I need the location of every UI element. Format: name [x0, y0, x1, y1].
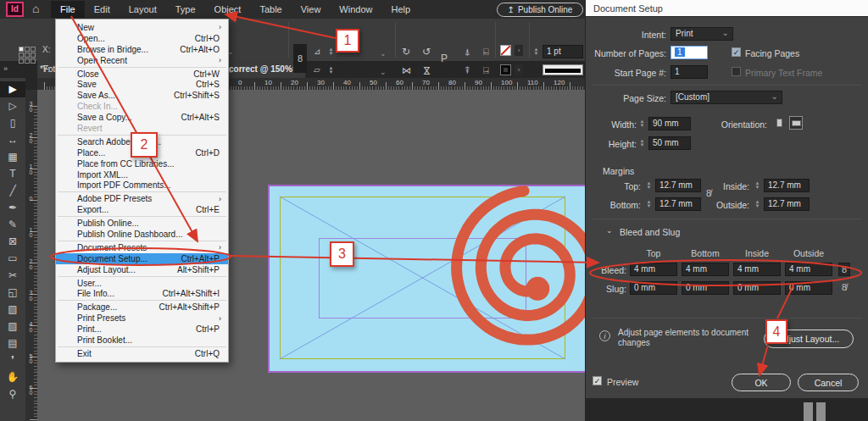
file-menu-item-package[interactable]: Package...Ctrl+Alt+Shift+P	[56, 302, 228, 313]
bleed-slug-section-title[interactable]: Bleed and Slug	[620, 227, 680, 237]
margins-link-icon[interactable]: 8̸	[703, 188, 715, 198]
margin-top-field[interactable]: 12.7 mm	[655, 179, 701, 192]
gradient-feather-tool[interactable]: ▨	[0, 319, 25, 335]
chevron-down-icon[interactable]: ⌄	[380, 49, 387, 58]
file-menu-item-check-in[interactable]: Check In...	[56, 101, 228, 112]
rotate-cw-icon[interactable]: ↻	[402, 46, 410, 58]
rotation-angle-icon[interactable]: ⊿	[314, 47, 320, 56]
stroke-menu-chevron[interactable]: ›	[515, 64, 523, 75]
shear-angle-icon[interactable]: ▱	[314, 65, 320, 75]
file-menu-item-open-recent[interactable]: Open Recent›	[56, 55, 228, 66]
file-menu-item-open[interactable]: Open...Ctrl+O	[56, 33, 228, 44]
file-menu-item-import-xml[interactable]: Import XML...	[56, 169, 228, 180]
file-menu-item-place-from-cc-libraries[interactable]: Place from CC Libraries...	[56, 158, 228, 169]
file-menu-item-import-pdf-comments[interactable]: Import PDF Comments...	[56, 180, 228, 191]
number-of-pages-field[interactable]: 1	[670, 46, 708, 59]
align-icon-1[interactable]: ⍋	[465, 47, 470, 58]
margin-inside-field[interactable]: 12.7 mm	[764, 179, 810, 192]
align-icon-3[interactable]: ⍒	[465, 65, 470, 76]
zoom-tool[interactable]: ⚲	[0, 386, 25, 402]
select-container-icon[interactable]: P	[441, 53, 448, 64]
ok-button[interactable]: OK	[732, 374, 791, 391]
height-field[interactable]: 50 mm	[648, 136, 691, 150]
stroke-weight-stepper[interactable]	[532, 45, 540, 58]
file-menu-item-new[interactable]: New›	[56, 22, 228, 33]
vertical-ruler[interactable]: 3 02 01 001 02 03 04 05 06 0	[25, 90, 37, 421]
width-stepper[interactable]	[638, 117, 646, 130]
file-menu-item-print-booklet[interactable]: Print Booklet...	[56, 335, 228, 346]
width-field[interactable]: 90 mm	[648, 117, 691, 130]
file-menu-item-exit[interactable]: ExitCtrl+Q	[56, 348, 228, 359]
preview-checkbox[interactable]	[593, 376, 602, 385]
file-menu-item-adjust-layout[interactable]: Adjust Layout...Alt+Shift+P	[56, 264, 228, 275]
slug-field-top[interactable]: 0 mm	[630, 281, 677, 295]
file-menu-item-save[interactable]: SaveCtrl+S	[56, 79, 228, 90]
menu-file[interactable]: File	[51, 1, 85, 18]
file-menu-item-save-a-copy[interactable]: Save a Copy...Ctrl+Alt+S	[56, 112, 228, 123]
chevron-down-icon[interactable]: ⌄	[380, 68, 387, 76]
file-menu-item-user[interactable]: User...	[56, 278, 228, 289]
start-page-field[interactable]: 1	[670, 65, 708, 79]
file-menu-item-export[interactable]: Export...Ctrl+E	[56, 204, 228, 215]
orientation-landscape-button[interactable]	[789, 116, 803, 130]
slug-link-icon[interactable]: 8̸	[838, 282, 850, 292]
selection-tool[interactable]: ▶	[0, 81, 25, 97]
line-tool[interactable]: ╱	[0, 183, 25, 199]
content-collector-tool[interactable]: ▦	[0, 149, 25, 165]
notes-tool[interactable]: ▤	[0, 335, 25, 352]
margin-bottom-stepper[interactable]	[645, 197, 653, 211]
align-icon-4[interactable]: ⍈	[483, 65, 489, 76]
ruler-corner[interactable]	[25, 78, 37, 90]
primary-text-frame-checkbox[interactable]	[732, 67, 741, 76]
bleed-link-icon[interactable]: 8	[838, 263, 850, 276]
hand-tool[interactable]: ✋	[0, 369, 25, 385]
fill-color-swatch[interactable]	[500, 45, 511, 56]
cancel-button[interactable]: Cancel	[798, 374, 859, 391]
stroke-weight-field[interactable]: 1 pt	[542, 45, 583, 58]
scissors-tool[interactable]: ✂	[0, 268, 25, 284]
reference-point-proxy[interactable]	[19, 47, 36, 64]
flip-vertical-icon[interactable]: ⋈	[421, 66, 432, 75]
panel-expand-icon[interactable]: »	[3, 64, 8, 73]
constrain-proportions-icon[interactable]: 8	[293, 44, 307, 73]
rectangle-tool[interactable]: ▭	[0, 251, 25, 267]
type-tool[interactable]: T	[0, 166, 25, 182]
slug-field-outside[interactable]: 0 mm	[785, 281, 832, 295]
intent-dropdown[interactable]: Print	[670, 27, 733, 41]
orientation-portrait-button[interactable]	[772, 116, 786, 130]
bleed-field-outside[interactable]: 4 mm	[785, 263, 832, 276]
menu-edit[interactable]: Edit	[85, 1, 120, 18]
scrollbar-thumb[interactable]	[804, 402, 813, 421]
file-menu-item-close[interactable]: CloseCtrl+W	[56, 69, 228, 80]
rotation-stepper[interactable]	[327, 45, 335, 58]
margin-inside-stepper[interactable]	[754, 179, 761, 192]
menu-type[interactable]: Type	[166, 1, 205, 18]
menu-window[interactable]: Window	[330, 1, 381, 18]
stroke-style-preview[interactable]	[542, 64, 583, 75]
publish-online-button[interactable]: ↥ Publish Online	[497, 3, 583, 17]
pencil-tool[interactable]: ✎	[0, 217, 25, 233]
slug-field-bottom[interactable]: 0 mm	[682, 281, 729, 295]
bleed-field-bottom[interactable]: 4 mm	[682, 263, 729, 276]
free-transform-tool[interactable]: ◱	[0, 285, 25, 301]
margin-top-stepper[interactable]	[645, 179, 653, 192]
shear-stepper[interactable]	[327, 64, 335, 77]
margin-outside-field[interactable]: 12.7 mm	[764, 197, 810, 211]
flip-horizontal-icon[interactable]: ⋈	[402, 65, 411, 76]
facing-pages-checkbox[interactable]	[732, 47, 741, 57]
file-menu-item-browse-in-bridge[interactable]: Browse in Bridge...Ctrl+Alt+O	[56, 44, 228, 55]
menu-object[interactable]: Object	[205, 1, 251, 18]
file-menu-item-publish-online-dashboard[interactable]: Publish Online Dashboard...	[56, 229, 228, 240]
bleed-slug-expander-icon[interactable]: ⌄	[606, 226, 613, 235]
dialog-title[interactable]: Document Setup	[586, 0, 868, 17]
height-stepper[interactable]	[638, 136, 646, 150]
page-size-dropdown[interactable]: [Custom]	[670, 91, 782, 104]
indesign-logo[interactable]: Id	[6, 2, 24, 17]
margin-bottom-field[interactable]: 12.7 mm	[655, 197, 701, 211]
gradient-tool[interactable]: ▧	[0, 302, 25, 318]
file-menu-item-print[interactable]: Print...Ctrl+P	[56, 324, 228, 335]
menu-help[interactable]: Help	[381, 1, 420, 18]
fill-menu-chevron[interactable]: ›	[515, 45, 523, 56]
file-menu-item-document-presets[interactable]: Document Presets›	[56, 242, 228, 253]
rotate-ccw-icon[interactable]: ↺	[422, 46, 431, 58]
